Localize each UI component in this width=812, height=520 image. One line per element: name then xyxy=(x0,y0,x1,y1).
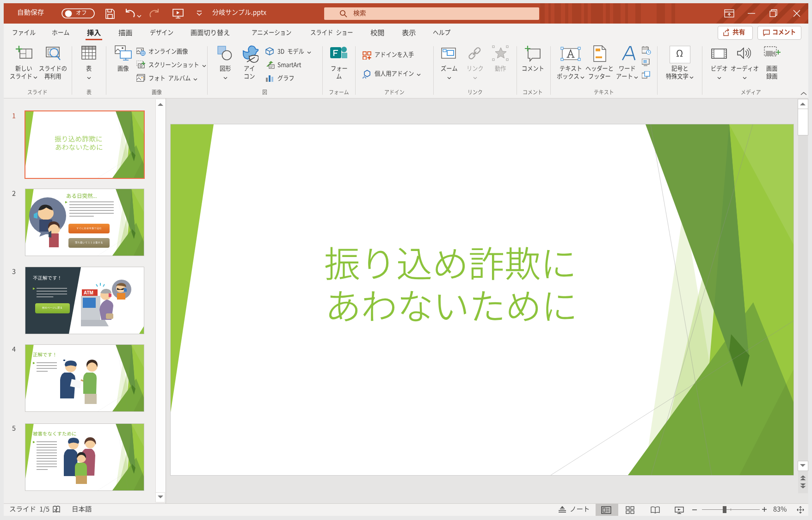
svg-text:ATM: ATM xyxy=(84,290,93,295)
